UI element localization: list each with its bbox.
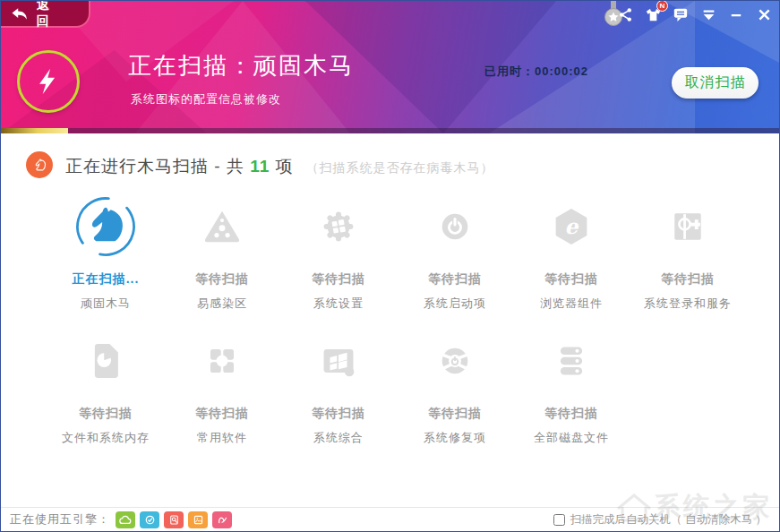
scan-items-row-2: 等待扫描 文件和系统内存 等待扫描 常用软件 — [47, 329, 630, 446]
shutdown-label[interactable]: 扫描完成后自动关机（ 自动清除木马 ） — [570, 512, 767, 528]
notification-badge: N — [656, 0, 668, 12]
scan-item-name: 系统启动项 — [397, 296, 513, 312]
scan-item-stubborn-trojan: 正在扫描... 顽固木马 — [47, 194, 164, 312]
scan-item-name: 系统设置 — [280, 296, 397, 312]
scan-item-name: 易感染区 — [164, 296, 280, 312]
scan-progress-heading: 正在进行木马扫描 - 共 11 项（扫描系统是否存在病毒木马） — [1, 147, 779, 186]
scan-items-row-1: 正在扫描... 顽固木马 等待扫描 易感染区 — [47, 194, 746, 312]
avira-engine-icon — [212, 511, 232, 528]
login-services-icon — [630, 194, 746, 259]
cloud-engine-icon — [116, 511, 135, 528]
scan-item-status: 正在扫描... — [47, 271, 164, 287]
scan-item-name: 顽固木马 — [47, 296, 164, 312]
close-icon[interactable] — [754, 4, 774, 24]
feedback-chat-icon[interactable] — [671, 4, 690, 24]
scan-item-repair: 等待扫描 系统修复项 — [397, 329, 513, 446]
scan-item-status: 等待扫描 — [513, 406, 630, 422]
cancel-scan-button[interactable]: 取消扫描 — [672, 67, 759, 99]
scan-item-common-software: 等待扫描 常用软件 — [164, 329, 280, 446]
scan-item-status: 等待扫描 — [280, 271, 397, 287]
heading-note: （扫描系统是否存在病毒木马） — [306, 160, 494, 175]
scan-item-name: 浏览器组件 — [513, 296, 630, 312]
scan-title: 正在扫描：顽固木马 — [128, 50, 354, 82]
scan-item-startup: 等待扫描 系统启动项 — [397, 194, 513, 312]
scan-item-name: 系统综合 — [280, 430, 397, 446]
scan-item-name: 全部磁盘文件 — [513, 430, 630, 446]
shutdown-checkbox[interactable] — [553, 514, 565, 526]
knight-icon — [47, 194, 164, 259]
main-menu-dropdown-icon[interactable] — [699, 4, 718, 24]
scan-item-status: 等待扫描 — [164, 406, 280, 422]
shutdown-option: 扫描完成后自动关机（ 自动清除木马 ） — [553, 512, 767, 528]
scan-item-status: 等待扫描 — [513, 271, 630, 287]
scan-item-name: 文件和系统内存 — [47, 430, 164, 446]
doc-scan-engine-icon — [164, 511, 184, 528]
engine-icons — [116, 511, 232, 528]
footer-bar: 正在使用五引擎： — [1, 507, 779, 531]
windows-flag-icon — [280, 329, 397, 393]
scan-item-files-memory: 等待扫描 文件和系统内存 — [47, 329, 164, 446]
check-circle-engine-icon — [140, 511, 159, 528]
ie-hexagon-icon: e — [513, 194, 630, 259]
back-button[interactable]: 返 回 — [1, 1, 90, 28]
file-pie-icon — [47, 329, 164, 393]
heading-suffix: 项 — [270, 157, 293, 176]
scan-item-name: 系统登录和服务 — [630, 296, 746, 312]
heading-count: 11 — [250, 157, 270, 176]
repair-icon — [397, 329, 513, 393]
back-arrow-icon — [10, 5, 30, 21]
scan-progress-bar — [1, 128, 779, 133]
scan-subtitle: 系统图标的配置信息被修改 — [131, 91, 281, 107]
image-engine-icon — [188, 511, 208, 528]
scan-item-status: 等待扫描 — [397, 406, 513, 422]
scan-item-status: 等待扫描 — [630, 271, 746, 287]
lightning-badge-icon — [17, 50, 80, 113]
scan-item-name: 系统修复项 — [397, 430, 513, 446]
app-window: 正在扫描：顽固木马 系统图标的配置信息被修改 已用时：00:00:02 取消扫描… — [0, 0, 780, 532]
scan-item-login-services: 等待扫描 系统登录和服务 — [630, 194, 746, 312]
scan-item-infection-zone: 等待扫描 易感染区 — [164, 194, 280, 312]
elapsed-label: 已用时： — [484, 64, 535, 78]
back-button-label: 返 回 — [37, 0, 89, 30]
scan-item-status: 等待扫描 — [280, 406, 397, 422]
power-icon — [397, 194, 513, 259]
scan-item-status: 等待扫描 — [47, 406, 164, 422]
scan-item-browser: e 等待扫描 浏览器组件 — [513, 194, 630, 312]
scan-item-system-overall: 等待扫描 系统综合 — [280, 329, 397, 446]
scan-item-all-disks: 等待扫描 全部磁盘文件 — [513, 329, 630, 446]
window-controls: N — [615, 4, 774, 24]
scan-progress-text: 正在进行木马扫描 - 共 11 项（扫描系统是否存在病毒木马） — [65, 155, 494, 178]
engines-label: 正在使用五引擎： — [10, 511, 110, 528]
elapsed-time: 已用时：00:00:02 — [484, 64, 588, 80]
heading-prefix: 正在进行木马扫描 - 共 — [65, 157, 250, 176]
scan-item-system-settings: 等待扫描 系统设置 — [280, 194, 397, 312]
scan-item-status: 等待扫描 — [397, 271, 513, 287]
hazard-triangle-icon — [164, 194, 280, 259]
svg-text:e: e — [565, 214, 579, 239]
wardrobe-shirt-icon[interactable]: N — [643, 4, 663, 24]
lightning-icon — [33, 66, 64, 97]
minimize-icon[interactable] — [726, 4, 746, 24]
share-icon[interactable] — [615, 4, 635, 24]
scan-item-name: 常用软件 — [164, 430, 280, 446]
scan-item-status: 等待扫描 — [164, 271, 280, 287]
app-grid-icon — [164, 329, 280, 393]
disks-icon — [513, 329, 630, 393]
knight-circle-icon — [26, 151, 53, 178]
scan-progress-fill — [1, 128, 68, 133]
elapsed-value: 00:00:02 — [535, 64, 588, 78]
gear-windows-icon — [280, 194, 397, 259]
